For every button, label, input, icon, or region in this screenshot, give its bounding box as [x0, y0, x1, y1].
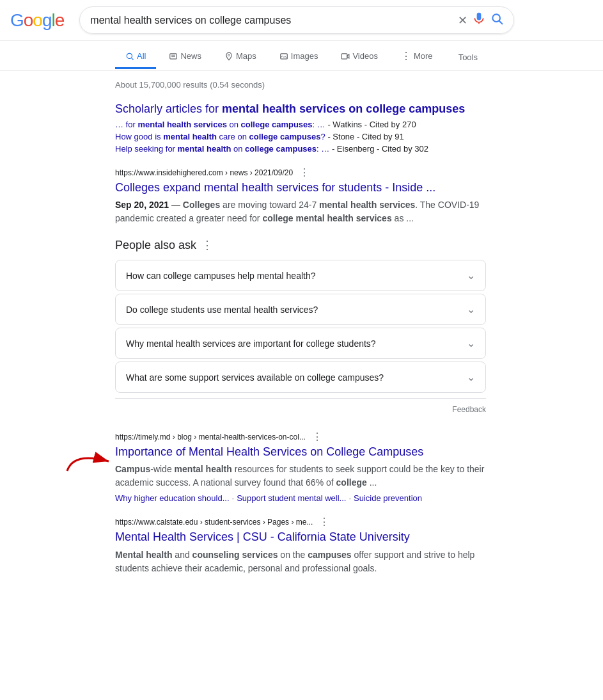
tab-images-label: Images: [291, 51, 318, 61]
scholarly-link-3[interactable]: Help seeking for mental health on colleg…: [115, 144, 329, 154]
sub-link-3[interactable]: Suicide prevention: [354, 493, 422, 503]
paa-menu-dots[interactable]: ⋮: [201, 238, 213, 252]
svg-rect-8: [281, 53, 288, 58]
mic-button[interactable]: [473, 12, 485, 28]
result-snippet-3: Mental health and counseling services on…: [115, 548, 486, 575]
paa-chevron-1: ⌄: [467, 269, 475, 282]
result-item-2: https://timely.md › blog › mental-health…: [115, 431, 486, 503]
result-title-2[interactable]: Importance of Mental Health Services on …: [115, 444, 486, 460]
tab-maps[interactable]: Maps: [214, 45, 267, 69]
scholarly-bold-title: mental health services on college campus…: [222, 102, 465, 115]
tab-maps-label: Maps: [236, 51, 256, 61]
paa-chevron-2: ⌄: [467, 303, 475, 315]
scholarly-prefix: Scholarly articles for: [115, 102, 222, 115]
sub-link-2[interactable]: Support student mental well...: [237, 493, 346, 503]
scholarly-link-2[interactable]: How good is mental health care on colleg…: [115, 132, 325, 141]
tab-images[interactable]: Images: [269, 45, 329, 69]
result-title-3[interactable]: Mental Health Services | CSU - Californi…: [115, 529, 486, 545]
scholarly-row-2: How good is mental health care on colleg…: [115, 132, 486, 141]
result-url-1: https://www.insidehighered.com › news › …: [115, 168, 293, 177]
scholarly-row-1: … for mental health services on college …: [115, 120, 486, 129]
paa-chevron-4: ⌄: [467, 371, 475, 383]
svg-rect-9: [342, 53, 348, 58]
result-menu-1[interactable]: ⋮: [299, 166, 309, 179]
maps-icon: [224, 52, 233, 61]
news-icon: [169, 52, 178, 61]
tab-news-label: News: [180, 51, 201, 61]
sub-links-2: Why higher education should... · Support…: [115, 493, 486, 503]
scholarly-link-1[interactable]: … for mental health services on college …: [115, 120, 325, 129]
result-menu-2[interactable]: ⋮: [312, 431, 322, 443]
paa-feedback[interactable]: Feedback: [115, 401, 486, 418]
paa-header: People also ask ⋮: [115, 238, 486, 252]
tab-videos-label: Videos: [352, 51, 378, 61]
paa-section: People also ask ⋮ How can college campus…: [115, 238, 486, 418]
result-menu-3[interactable]: ⋮: [319, 516, 329, 528]
paa-item-3[interactable]: Why mental health services are important…: [115, 328, 486, 359]
paa-question-2: Do college students use mental health se…: [126, 305, 318, 315]
paa-question-4: What are some support services available…: [126, 372, 384, 383]
result-item-3: https://www.calstate.edu › student-servi…: [115, 516, 486, 575]
result-url-line-1: https://www.insidehighered.com › news › …: [115, 166, 486, 179]
result-url-3: https://www.calstate.edu › student-servi…: [115, 518, 313, 527]
paa-item-2[interactable]: Do college students use mental health se…: [115, 294, 486, 325]
tab-more[interactable]: ⋮ More: [391, 44, 443, 70]
result-snippet-2: Campus-wide mental health resources for …: [115, 463, 486, 489]
tab-more-label: More: [414, 51, 433, 61]
result-url-line-2: https://timely.md › blog › mental-health…: [115, 431, 486, 443]
svg-point-7: [228, 54, 230, 56]
search-bar: ✕: [79, 6, 514, 34]
red-arrow-annotation: [64, 449, 115, 476]
results-stats: About 15,700,000 results (0.54 seconds): [115, 71, 486, 96]
paa-title: People also ask: [115, 239, 196, 252]
tab-all-label: All: [137, 51, 146, 61]
paa-item-4[interactable]: What are some support services available…: [115, 362, 486, 393]
all-icon: [125, 52, 134, 61]
clear-button[interactable]: ✕: [458, 13, 467, 28]
result-title-1[interactable]: Colleges expand mental health services f…: [115, 180, 486, 196]
google-logo: Google: [10, 10, 64, 31]
svg-rect-4: [170, 53, 177, 58]
scholarly-title-link[interactable]: Scholarly articles for mental health ser…: [115, 102, 486, 116]
paa-item-1[interactable]: How can college campuses help mental hea…: [115, 260, 486, 291]
svg-line-1: [499, 21, 503, 24]
tab-news[interactable]: News: [159, 45, 212, 69]
sub-link-1[interactable]: Why higher education should...: [115, 493, 230, 503]
search-button[interactable]: [490, 12, 503, 28]
tools-button[interactable]: Tools: [448, 46, 488, 68]
paa-divider: [115, 398, 486, 399]
svg-line-3: [132, 58, 134, 60]
videos-icon: [341, 52, 350, 61]
result-snippet-1: Sep 20, 2021 — Colleges are moving towar…: [115, 198, 486, 225]
nav-tabs: All News Maps Images Videos ⋮ More Tools: [0, 44, 603, 71]
more-dots-icon: ⋮: [401, 50, 411, 62]
result-item-1: https://www.insidehighered.com › news › …: [115, 166, 486, 225]
scholarly-row-3: Help seeking for mental health on colleg…: [115, 144, 486, 154]
result-url-2: https://timely.md › blog › mental-health…: [115, 433, 306, 441]
header: Google ✕: [0, 0, 603, 41]
paa-question-3: Why mental health services are important…: [126, 338, 376, 349]
result-url-line-3: https://www.calstate.edu › student-servi…: [115, 516, 486, 528]
images-icon: [279, 52, 288, 61]
scholarly-box: Scholarly articles for mental health ser…: [115, 102, 486, 154]
paa-question-1: How can college campuses help mental hea…: [126, 271, 316, 281]
search-input[interactable]: [90, 15, 453, 26]
tab-all[interactable]: All: [115, 45, 156, 69]
paa-chevron-3: ⌄: [467, 337, 475, 349]
main-content: About 15,700,000 results (0.54 seconds) …: [0, 71, 601, 575]
tab-videos[interactable]: Videos: [331, 45, 388, 69]
